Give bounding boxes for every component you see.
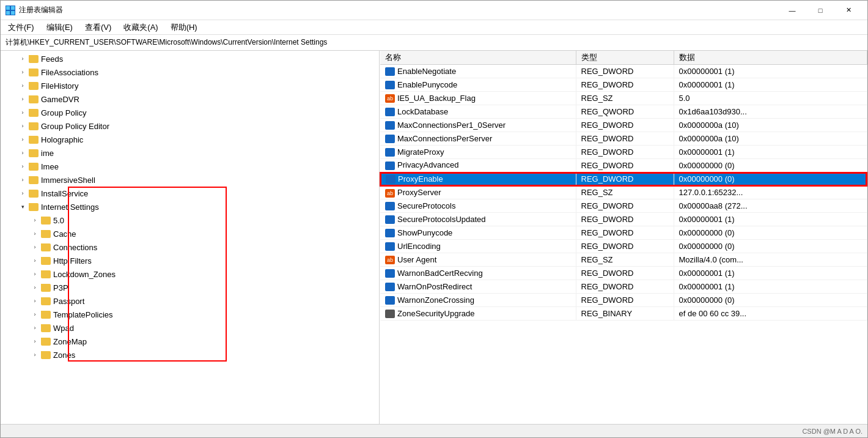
tree-expand-icon[interactable]: › bbox=[18, 81, 28, 91]
tree-expand-icon[interactable]: › bbox=[18, 161, 28, 171]
tree-item[interactable]: ›Http Filters bbox=[1, 254, 379, 267]
tree-expand-icon[interactable]: › bbox=[30, 350, 40, 360]
close-button[interactable]: ✕ bbox=[834, 1, 862, 20]
tree-item[interactable]: ›P3P bbox=[1, 281, 379, 294]
tree-item[interactable]: ›Feeds bbox=[1, 52, 379, 65]
table-row[interactable]: ShowPunycodeREG_DWORD0x00000000 (0) bbox=[380, 226, 867, 240]
table-row[interactable]: MaxConnectionsPer1_0ServerREG_DWORD0x000… bbox=[380, 119, 867, 132]
table-row[interactable]: EnableNegotiateREG_DWORD0x00000001 (1) bbox=[380, 65, 867, 78]
tree-item[interactable]: ›Wpad bbox=[1, 321, 379, 335]
tree-item[interactable]: ›ImmersiveShell bbox=[1, 173, 379, 187]
menu-view[interactable]: 查看(V) bbox=[80, 21, 116, 34]
table-row[interactable]: WarnonBadCertRecvingREG_DWORD0x00000001 … bbox=[380, 267, 867, 280]
tree-item-label: Feeds bbox=[41, 54, 63, 64]
tree-item[interactable]: ›ime bbox=[1, 146, 379, 160]
tree-item[interactable]: ›Imee bbox=[1, 160, 379, 173]
tree-expand-icon[interactable]: › bbox=[18, 135, 28, 144]
value-name: ZoneSecurityUpgrade bbox=[380, 307, 576, 321]
maximize-button[interactable]: □ bbox=[806, 1, 834, 20]
tree-item[interactable]: ›ZoneMap bbox=[1, 335, 379, 348]
table-row[interactable]: SecureProtocolsREG_DWORD0x00000aa8 (272.… bbox=[380, 199, 867, 213]
value-data: 0x00000001 (1) bbox=[674, 280, 867, 294]
registry-values-panel[interactable]: 名称 类型 数据 EnableNegotiateREG_DWORD0x00000… bbox=[380, 51, 867, 424]
tree-expand-icon[interactable]: › bbox=[30, 296, 40, 306]
value-data: 5.0 bbox=[674, 92, 867, 105]
value-type: REG_DWORD bbox=[576, 78, 674, 92]
tree-expand-icon[interactable]: › bbox=[18, 108, 28, 117]
table-row[interactable]: WarnOnPostRedirectREG_DWORD0x00000001 (1… bbox=[380, 280, 867, 294]
table-row[interactable]: UrlEncodingREG_DWORD0x00000000 (0) bbox=[380, 240, 867, 253]
table-row[interactable]: ProxyEnableREG_DWORD0x00000000 (0) bbox=[380, 173, 867, 186]
tree-item[interactable]: ›5.0 bbox=[1, 213, 379, 227]
tree-expand-icon[interactable]: › bbox=[18, 121, 28, 131]
tree-item[interactable]: ›Passport bbox=[1, 294, 379, 308]
tree-expand-icon[interactable]: › bbox=[18, 94, 28, 104]
table-row[interactable]: PrivacyAdvancedREG_DWORD0x00000000 (0) bbox=[380, 159, 867, 173]
tree-item[interactable]: ›Lockdown_Zones bbox=[1, 267, 379, 281]
tree-item[interactable]: ›InstallService bbox=[1, 187, 379, 200]
tree-expand-icon[interactable]: › bbox=[30, 242, 40, 252]
tree-item-label: Internet Settings bbox=[41, 202, 99, 212]
tree-expand-icon[interactable]: › bbox=[18, 67, 28, 77]
dword-icon bbox=[385, 269, 395, 278]
folder-icon bbox=[29, 69, 39, 76]
value-data: 0x00000000 (0) bbox=[674, 294, 867, 307]
tree-item[interactable]: ▾Internet Settings bbox=[1, 200, 379, 213]
tree-item[interactable]: ›Group Policy bbox=[1, 106, 379, 119]
col-type: 类型 bbox=[576, 51, 674, 65]
menu-favorites[interactable]: 收藏夹(A) bbox=[119, 21, 163, 34]
tree-expand-icon[interactable]: › bbox=[30, 269, 40, 279]
value-type: REG_BINARY bbox=[576, 307, 674, 321]
tree-item[interactable]: ›TemplatePolicies bbox=[1, 308, 379, 321]
tree-item[interactable]: ›Group Policy Editor bbox=[1, 119, 379, 133]
tree-expand-icon[interactable]: › bbox=[30, 310, 40, 319]
tree-item[interactable]: ›Cache bbox=[1, 227, 379, 240]
folder-icon bbox=[29, 163, 39, 171]
tree-item[interactable]: ›FileAssociations bbox=[1, 65, 379, 79]
tree-expand-icon[interactable]: › bbox=[30, 336, 40, 346]
tree-item-label: InstallService bbox=[41, 189, 88, 198]
minimize-button[interactable]: — bbox=[778, 1, 806, 20]
menu-edit[interactable]: 编辑(E) bbox=[42, 21, 78, 34]
value-name-text: WarnonZoneCrossing bbox=[397, 295, 474, 305]
folder-icon bbox=[41, 243, 51, 251]
tree-item-label: Holographic bbox=[41, 135, 83, 144]
value-type: REG_DWORD bbox=[576, 280, 674, 294]
tree-expand-icon[interactable]: › bbox=[18, 54, 28, 64]
tree-expand-icon[interactable]: › bbox=[30, 283, 40, 292]
tree-item[interactable]: ›Holographic bbox=[1, 133, 379, 146]
tree-expand-icon[interactable]: › bbox=[30, 229, 40, 239]
tree-expand-icon[interactable]: › bbox=[18, 175, 28, 185]
table-row[interactable]: abUser AgentREG_SZMozilla/4.0 (com... bbox=[380, 253, 867, 267]
table-row[interactable]: MigrateProxyREG_DWORD0x00000001 (1) bbox=[380, 146, 867, 159]
tree-item[interactable]: ›Zones bbox=[1, 348, 379, 362]
tree-item[interactable]: ›Connections bbox=[1, 240, 379, 254]
value-data: 127.0.0.1:65232... bbox=[674, 186, 867, 199]
table-row[interactable]: LockDatabaseREG_QWORD0x1d6aa103d930... bbox=[380, 105, 867, 119]
tree-item-label: ime bbox=[41, 149, 54, 158]
value-name: EnablePunycode bbox=[380, 78, 576, 92]
dword-icon bbox=[385, 108, 395, 116]
tree-item[interactable]: ›GameDVR bbox=[1, 92, 379, 106]
table-row[interactable]: SecureProtocolsUpdatedREG_DWORD0x0000000… bbox=[380, 213, 867, 226]
tree-expand-icon[interactable]: › bbox=[18, 188, 28, 198]
table-row[interactable]: abIE5_UA_Backup_FlagREG_SZ5.0 bbox=[380, 92, 867, 105]
table-row[interactable]: WarnonZoneCrossingREG_DWORD0x00000000 (0… bbox=[380, 294, 867, 307]
menu-help[interactable]: 帮助(H) bbox=[166, 21, 202, 34]
table-row[interactable]: EnablePunycodeREG_DWORD0x00000001 (1) bbox=[380, 78, 867, 92]
registry-tree-panel[interactable]: ›Feeds›FileAssociations›FileHistory›Game… bbox=[1, 51, 380, 424]
tree-item[interactable]: ›FileHistory bbox=[1, 79, 379, 92]
table-row[interactable]: ZoneSecurityUpgradeREG_BINARYef de 00 60… bbox=[380, 307, 867, 321]
value-type: REG_DWORD bbox=[576, 267, 674, 280]
folder-icon bbox=[41, 351, 51, 359]
tree-expand-icon[interactable]: › bbox=[18, 148, 28, 158]
menu-file[interactable]: 文件(F) bbox=[3, 21, 39, 34]
tree-expand-icon[interactable]: › bbox=[30, 215, 40, 225]
table-row[interactable]: abProxyServerREG_SZ127.0.0.1:65232... bbox=[380, 186, 867, 199]
value-type: REG_SZ bbox=[576, 92, 674, 105]
tree-expand-icon[interactable]: ▾ bbox=[18, 202, 28, 212]
folder-icon bbox=[41, 324, 51, 332]
tree-expand-icon[interactable]: › bbox=[30, 323, 40, 333]
tree-expand-icon[interactable]: › bbox=[30, 256, 40, 265]
table-row[interactable]: MaxConnectionsPerServerREG_DWORD0x000000… bbox=[380, 132, 867, 146]
